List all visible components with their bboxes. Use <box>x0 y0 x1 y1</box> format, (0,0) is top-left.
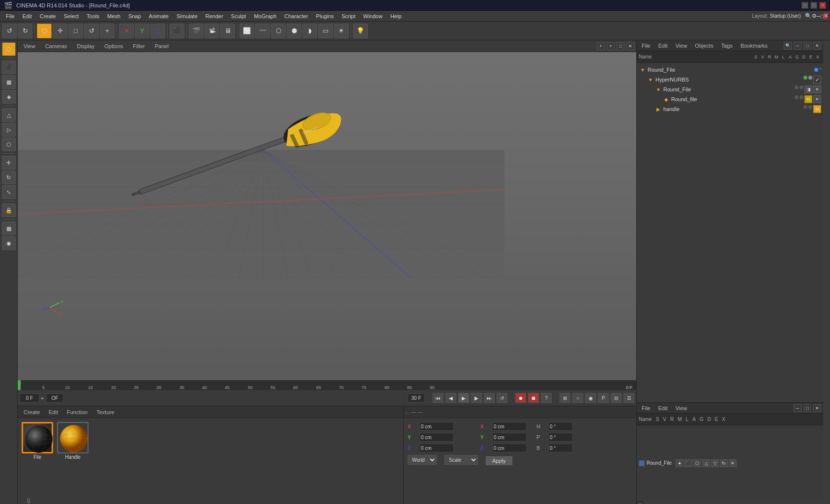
material-handle[interactable]: Handle <box>57 422 89 460</box>
mat-function[interactable]: Function <box>63 408 91 416</box>
menu-sculpt[interactable]: Sculpt <box>227 12 250 20</box>
x-axis-button[interactable]: ✕ <box>119 24 134 38</box>
menu-mesh[interactable]: Mesh <box>103 12 124 20</box>
tc-btn-2[interactable]: ○ <box>572 393 583 403</box>
apply-button[interactable]: Apply <box>486 456 512 465</box>
h-field[interactable] <box>548 422 573 431</box>
tc-btn-6[interactable]: ☰ <box>623 393 634 403</box>
maximize-button[interactable]: □ <box>810 2 817 9</box>
fps-field[interactable] <box>408 393 425 402</box>
rm-close[interactable]: ─ <box>794 42 801 50</box>
menu-window[interactable]: Window <box>359 12 386 20</box>
menu-help[interactable]: Help <box>386 12 406 20</box>
rotate-tool-button[interactable]: ↺ <box>84 24 99 38</box>
mat-edit[interactable]: Edit <box>45 408 62 416</box>
tree-hypernurbs[interactable]: ▼ HyperNURBS ✓ <box>639 75 821 84</box>
menu-character[interactable]: Character <box>280 12 312 20</box>
menu-create[interactable]: Create <box>36 12 60 20</box>
vp-tab-display[interactable]: Display <box>73 42 98 50</box>
vp-icon-4[interactable]: ✕ <box>626 42 634 50</box>
prim-camera[interactable]: ▭ <box>318 24 333 38</box>
lt-edge[interactable]: ▷ <box>2 123 16 137</box>
rb-icon-up[interactable]: △ <box>702 459 710 467</box>
vp-tab-panel[interactable]: Panel <box>151 42 173 50</box>
z-axis-button[interactable]: Z <box>150 24 165 38</box>
menu-select[interactable]: Select <box>60 12 83 20</box>
scale-dropdown[interactable]: Scale Position Rotation <box>445 455 478 465</box>
rm-view[interactable]: View <box>673 42 690 50</box>
lt-rotate[interactable]: ↻ <box>2 170 16 184</box>
current-of-field[interactable] <box>46 393 63 402</box>
z-pos-field[interactable] <box>419 444 454 452</box>
lt-point[interactable]: △ <box>2 108 16 122</box>
tool5-button[interactable]: + <box>100 24 115 38</box>
scale-tool-button[interactable]: □ <box>68 24 83 38</box>
x-size-field[interactable] <box>492 422 527 431</box>
vp-tab-cameras[interactable]: Cameras <box>41 42 71 50</box>
jump-end-button[interactable]: ⏭ <box>484 393 495 403</box>
rb-icon-lock[interactable]: ⬛ <box>684 459 692 467</box>
mat-texture[interactable]: Texture <box>92 408 118 416</box>
lt-poly[interactable]: ⬡ <box>2 138 16 151</box>
loop-button[interactable]: ↺ <box>497 393 507 403</box>
material-file[interactable]: File <box>22 422 53 460</box>
light-button[interactable]: 💡 <box>353 24 368 38</box>
right-icon-2[interactable]: ⚙ <box>812 13 817 19</box>
3d-viewport[interactable]: Perspective <box>18 52 636 380</box>
lt-paint[interactable]: ◈ <box>2 90 16 104</box>
current-frame-field[interactable] <box>20 393 39 402</box>
rm-max[interactable]: □ <box>803 42 811 50</box>
rb-icon-eye[interactable]: ● <box>676 459 683 467</box>
vp-icon-1[interactable]: + <box>597 42 605 50</box>
right-icon-5[interactable]: ✕ <box>824 13 828 19</box>
lt-sculpt[interactable]: ◉ <box>2 236 16 250</box>
z-size-field[interactable] <box>492 444 527 452</box>
rm-file[interactable]: File <box>639 42 653 50</box>
rm-x[interactable]: ✕ <box>813 42 821 50</box>
right-icon-1[interactable]: 🔍 <box>805 13 812 19</box>
right-icon-4[interactable]: □ <box>820 13 824 19</box>
vp-tab-options[interactable]: Options <box>100 42 127 50</box>
menu-edit[interactable]: Edit <box>19 12 36 20</box>
rb-icon-3[interactable]: ✕ <box>813 404 821 412</box>
rm-search[interactable]: 🔍 <box>784 42 792 50</box>
jump-start-button[interactable]: ⏮ <box>433 393 444 403</box>
menu-snap[interactable]: Snap <box>124 12 145 20</box>
menu-simulate[interactable]: Simulate <box>173 12 202 20</box>
rb-icon-a[interactable]: ⬡ <box>693 459 701 467</box>
lt-uvw[interactable]: ▦ <box>2 222 16 235</box>
y-size-field[interactable] <box>492 433 527 442</box>
undo-button[interactable]: ↺ <box>2 24 17 38</box>
menu-animate[interactable]: Animate <box>145 12 173 20</box>
vp-icon-3[interactable]: □ <box>617 42 624 50</box>
tree-handle[interactable]: ▶ handle M <box>639 104 821 114</box>
right-icon-3[interactable]: ─ <box>817 13 821 19</box>
tc-btn-4[interactable]: P <box>598 393 609 403</box>
select-tool-button[interactable]: ⬡ <box>37 24 52 38</box>
rb-file[interactable]: File <box>639 404 653 412</box>
rb-icon-2[interactable]: □ <box>803 404 811 412</box>
minimize-button[interactable]: ─ <box>801 2 808 9</box>
prim-cube[interactable]: ⬜ <box>239 24 254 38</box>
rb-icon-1[interactable]: ─ <box>794 404 801 412</box>
rb-icon-down[interactable]: ▽ <box>711 459 719 467</box>
rb-roundfile-item[interactable]: Round_File ● ⬛ ⬡ △ ▽ ↻ ✕ <box>639 459 737 467</box>
tree-roundfile-lc[interactable]: ◆ Round_file M ✕ <box>639 94 821 104</box>
menu-tools[interactable]: Tools <box>83 12 103 20</box>
world-dropdown[interactable]: World Object <box>408 455 437 465</box>
vp-tab-view[interactable]: View <box>20 42 39 50</box>
p-field[interactable] <box>548 433 573 442</box>
render-active[interactable]: 🖥 <box>220 24 235 38</box>
mat-create[interactable]: Create <box>20 408 44 416</box>
tree-roundfile[interactable]: ▼ Round_File <box>639 65 821 75</box>
rb-icon-r[interactable]: ↻ <box>720 459 728 467</box>
rm-objects[interactable]: Objects <box>692 42 716 50</box>
menu-script[interactable]: Script <box>338 12 359 20</box>
timeline-ruler[interactable]: 0 5 10 15 20 25 30 35 40 45 50 55 60 65 … <box>18 380 636 390</box>
step-forward-button[interactable]: ▶ <box>471 393 482 403</box>
x-pos-field[interactable] <box>419 422 454 431</box>
render-to-pic[interactable]: 🎬 <box>189 24 204 38</box>
y-axis-button[interactable]: Y <box>135 24 149 38</box>
render-region[interactable]: 📽 <box>205 24 219 38</box>
menu-file[interactable]: File <box>2 12 19 20</box>
